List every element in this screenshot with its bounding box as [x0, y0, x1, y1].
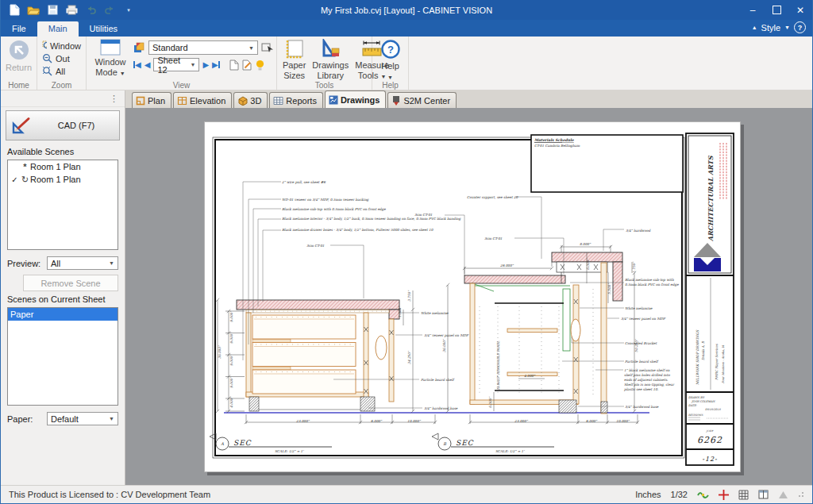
- drawing-label: 10.000": [407, 419, 422, 423]
- contact-text-lines: [720, 143, 726, 200]
- paper-combo[interactable]: Default▼: [47, 412, 118, 425]
- first-sheet-button[interactable]: ◀: [133, 61, 141, 69]
- drawings-icon: [329, 95, 338, 105]
- prev-sheet-button[interactable]: ◀: [144, 61, 151, 69]
- drawing-label: -12-: [702, 456, 718, 463]
- tab-main[interactable]: Main: [37, 21, 79, 37]
- cad-icon: [11, 116, 32, 135]
- ribbon: Return Home Window Out All Zoom: [1, 37, 812, 90]
- style-dropdown-icon[interactable]: ▼: [784, 25, 790, 30]
- tab-utilities[interactable]: Utilities: [79, 21, 129, 37]
- drawing-label: 6.000": [586, 419, 598, 423]
- paper-sizes-button[interactable]: PaperSizes: [279, 38, 309, 81]
- edit-sheet-icon[interactable]: [242, 60, 252, 71]
- drawing-label: 3/4" veneer panel on MDF: [621, 317, 666, 321]
- collapse-ribbon-icon[interactable]: ▲: [752, 25, 757, 30]
- panel-options-icon[interactable]: ⋮: [1, 90, 125, 107]
- preview-label: Preview:: [7, 259, 42, 268]
- drawing-label: 36.000": [218, 344, 222, 359]
- drawing-label: DATE:: [688, 404, 698, 407]
- snap-toggle-icon[interactable]: [697, 490, 709, 499]
- tab-3d[interactable]: 3D: [233, 92, 268, 108]
- section-b: [432, 197, 639, 450]
- drawing-label: 9.000": [229, 310, 233, 322]
- s2m-icon: [391, 95, 401, 106]
- drawing-label: 3/4" hardwood base: [424, 406, 458, 410]
- scene-star-icon: *: [20, 162, 30, 171]
- zoom-out-button[interactable]: Out: [40, 52, 83, 64]
- tab-file[interactable]: File: [1, 21, 37, 37]
- drawing-label: 23.000": [296, 419, 310, 423]
- crosshair-toggle-icon[interactable]: [719, 490, 729, 500]
- revision-lines: [688, 417, 729, 420]
- scene-style-combo[interactable]: Standard▼: [148, 40, 258, 55]
- new-file-icon[interactable]: [7, 3, 21, 17]
- ribbon-group-view: WindowMode ▼ Standard▼ ◀ ◀ Sheet: [87, 37, 277, 90]
- drawings-library-button[interactable]: DrawingsLibrary: [309, 38, 352, 81]
- drawing-label: PMRC Player Services: [715, 344, 719, 380]
- save-icon[interactable]: [45, 3, 60, 17]
- drawing-label: Details A, B: [701, 340, 705, 360]
- window-mode-button[interactable]: WindowMode ▼: [89, 38, 132, 78]
- pan-tool-icon[interactable]: [261, 42, 274, 53]
- lightbulb-icon[interactable]: [256, 60, 264, 71]
- close-button[interactable]: ✕: [788, 0, 812, 20]
- open-file-icon[interactable]: [26, 3, 40, 17]
- drawing-label: 26.000": [500, 264, 514, 267]
- drawing-label: 34.250": [407, 350, 411, 364]
- tab-elevation[interactable]: Elevation: [173, 92, 232, 108]
- drawing-label: Concealed Bracket: [625, 341, 658, 345]
- maximize-button[interactable]: [765, 0, 788, 20]
- zoom-all-button[interactable]: All: [40, 65, 83, 77]
- drawing-label: 6.000": [488, 396, 492, 408]
- help-button[interactable]: ? Help▼: [375, 38, 406, 82]
- print-icon[interactable]: [64, 3, 79, 17]
- layers-icon: [133, 42, 145, 53]
- list-item[interactable]: ✓ ↻ Room 1 Plan: [8, 173, 118, 186]
- drawing-label: 3.750": [407, 290, 411, 302]
- return-button[interactable]: Return: [3, 38, 34, 74]
- drawing-svg: 2" wire pull, see sheet #6WD-01 veneer o…: [205, 122, 740, 471]
- zoom-window-button[interactable]: Window: [40, 40, 83, 52]
- sheet-scenes-list[interactable]: Paper: [7, 307, 118, 406]
- zoom-all-icon: [42, 66, 52, 76]
- grid-toggle-icon[interactable]: [738, 490, 749, 500]
- drawing-label: A: [220, 441, 224, 446]
- elevate-icon[interactable]: [778, 491, 788, 499]
- next-sheet-button[interactable]: ▶: [202, 61, 209, 69]
- tab-s2m-center[interactable]: S2M Center: [387, 92, 457, 108]
- cad-button[interactable]: CAD (F7): [6, 110, 120, 140]
- style-menu[interactable]: Style: [761, 23, 780, 33]
- units-indicator[interactable]: Inches: [635, 490, 661, 499]
- paper-sheet[interactable]: 2" wire pull, see sheet #6WD-01 veneer o…: [204, 121, 741, 472]
- drawing-label: 3cm CT-01: [414, 213, 433, 217]
- preview-combo[interactable]: All▼: [47, 256, 118, 270]
- available-scenes-list[interactable]: * Room 1 Plan ✓ ↻ Room 1 Plan: [7, 160, 118, 250]
- tab-reports[interactable]: Reports: [269, 92, 323, 108]
- resize-grip[interactable]: [798, 491, 804, 498]
- redo-icon[interactable]: [102, 3, 117, 17]
- new-sheet-icon[interactable]: [229, 60, 239, 71]
- undo-icon[interactable]: [83, 3, 98, 17]
- tab-drawings[interactable]: Drawings: [325, 90, 387, 108]
- pane-layout-icon[interactable]: [758, 490, 769, 499]
- drawing-label: 09/19/2018: [705, 408, 721, 411]
- document-tab-strip: Plan Elevation 3D Reports Drawings: [125, 90, 812, 109]
- scale-indicator[interactable]: 1/32: [671, 490, 688, 499]
- customize-qat-icon[interactable]: ▾: [121, 3, 136, 17]
- drawing-label: 9.000": [229, 376, 233, 388]
- tab-plan[interactable]: Plan: [132, 92, 171, 108]
- minimize-button[interactable]: –: [741, 0, 765, 20]
- list-item[interactable]: * Room 1 Plan: [8, 160, 118, 173]
- drawing-canvas[interactable]: 2" wire pull, see sheet #6WD-01 veneer o…: [125, 109, 812, 485]
- green-bracket-lines: [472, 283, 570, 351]
- list-item-selected[interactable]: Paper: [8, 308, 118, 321]
- remove-scene-button[interactable]: Remove Scene: [23, 275, 118, 291]
- sheet-combo[interactable]: Sheet 12▼: [153, 58, 199, 71]
- elevation-icon: [177, 96, 187, 106]
- plan-icon: [136, 96, 145, 106]
- last-sheet-button[interactable]: ▶: [212, 61, 220, 69]
- scene-refresh-icon: ↻: [20, 175, 30, 185]
- help-circle-icon[interactable]: ?: [794, 21, 806, 33]
- status-bar: This Product is Licensed to : CV Develop…: [1, 485, 812, 504]
